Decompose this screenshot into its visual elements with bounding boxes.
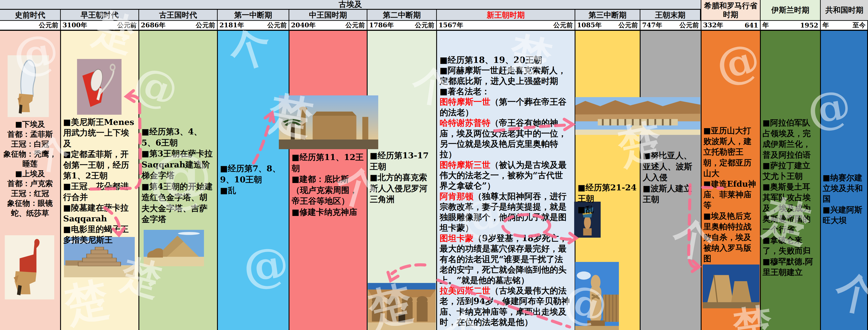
period-header-early-dynastic: 早王朝时代 [60,10,138,21]
date-cell-middle-kingdom: 2040年公元前 [289,21,367,31]
period-header-third-intermediate: 第三中断期 [575,10,640,21]
date-cell-old-kingdom: 2686年公元前 [138,21,217,31]
date-cell-republic: 年至今 [820,21,868,31]
islamic-notes: ■阿拉伯军队占领埃及，完成伊斯兰化，普及阿拉伯语 ■萨拉丁建立艾尤卜王朝 ■奥斯… [763,118,817,277]
white-crown-pharaoh-photo [8,55,49,117]
pharaoh-entry: 图特摩斯一世（第一个葬在帝王谷的法老） [440,97,571,118]
hatshepsut-temple-photo [575,97,700,135]
second-intermediate-notes: ■经历第13-17王朝 ■北方的喜克索斯人入侵尼罗河三角洲 [370,150,433,205]
period-header-middle-kingdom: 中王国时期 [289,10,367,21]
period-header-late-dynastic: 王朝末期 [640,10,701,21]
karnak-statue-photo [575,262,619,330]
pharaoh-entry: 图坦卡蒙（9岁登基，18岁死亡，最大的功绩是墓穴保存最完好，最有名的法老诅咒“谁… [440,233,571,285]
sphinx-giza-photo [144,230,204,266]
pharaoh-entry: 哈特谢苏普特（帝王谷有她的神庙，埃及两位女法老其中的一位，另一位就是埃及艳后克里… [440,118,571,159]
red-crown-pharaoh-photo [5,235,54,299]
date-cell-prehistoric: 公元前 [0,21,60,31]
date-cell-early-dynastic: 3100年公元前 [60,21,138,31]
period-header-first-intermediate: 第一中断期 [217,10,289,21]
philae-temple-photo [703,265,760,308]
sheet-title: 古埃及 [0,0,701,10]
period-header-prehistoric: 史前时代 [0,10,60,21]
period-header-greco-roman: 希腊和罗马行省时期 [701,0,760,21]
date-cell-late-dynastic: 747年公元前 [640,21,701,31]
late-dynastic-notes: ■努比亚人、亚述人、波斯人入侵 ■波斯人建立王朝 [643,150,698,205]
date-cell-islamic: 年1952 [760,21,820,31]
period-header-second-intermediate: 第二中断期 [367,10,436,21]
new-kingdom-notes: ■经历第18、19、20王朝 ■阿赫摩斯一世赶走喜克索斯人，定都底比斯，进入史上… [440,55,571,327]
sheet-title-label: 古埃及 [339,0,362,10]
third-intermediate-notes: ■经历第21-24王朝 ■乱 [578,182,637,215]
date-cell-second-intermediate: 1786年公元前 [367,21,436,31]
period-header-republic: 共和国时期 [820,0,868,21]
old-kingdom-notes: ■经历第3、4、5、6王朝 ■第3王朝在萨卡拉Saqqarah建造阶梯金字塔 ■… [142,126,214,225]
greco-roman-notes: ■亚历山大打败波斯人，建立托勒密王朝，定都亚历山大 ■建造Efdu神庙、菲莱神庙… [703,125,757,264]
pharaoh-entry: 拉美西斯二世（古埃及最伟大的法老，活到94岁，修建阿布辛贝勒神庙、卡纳克神庙等，… [440,285,571,327]
prehistoric-notes: ■下埃及 首都：孟菲斯 王冠：白冠 象征物：秃鹰，睡莲 ■上埃及 首都：卢克索 … [3,119,58,218]
pharaoh-entry: 阿肯那顿（独尊太阳神阿吞，进行宗教改革，妻子是纳芙提提，就是独眼雕像那个，他俩的… [440,191,571,233]
date-cell-third-intermediate: 1085年公元前 [575,21,640,31]
pharaoh-entry: 图特摩斯三世（被认为是古埃及最伟大的法老之一，被称为“古代世界之拿破仑”） [440,160,571,191]
date-cell-first-intermediate: 2181年公元前 [217,21,289,31]
date-cell-greco-roman: 332年641 [701,21,760,31]
narmer-mace-photo [77,59,122,115]
early-dynastic-notes: ■美尼斯王Menes用武力统一上下埃及 ■定都孟菲斯，开创第一王朝，经历第1、2… [63,117,135,245]
date-cell-new-kingdom: 1567年公元前 [436,21,575,31]
period-header-islamic: 伊斯兰时期 [760,0,820,21]
ancient-egypt-timeline: 古埃及 史前时代 早王朝时代 古王国时代 第一中断期 中王国时期 第二中断期 新… [0,0,868,330]
republic-notes: ■纳赛尔建立埃及共和国 ■兴建阿斯旺大坝 [823,172,865,226]
period-header-new-kingdom: 新王朝时期 [436,10,575,21]
luxor-temple-photo [279,95,378,149]
abu-simbel-photo [368,283,436,330]
first-intermediate-notes: ■经历第7、8、9、10王朝 ■乱 [220,163,286,196]
period-header-old-kingdom: 古王国时代 [138,10,217,21]
middle-kingdom-notes: ■经历第11、12王朝 ■建都：底比斯（现卢克索周围，帝王谷等地区） ■修建卡纳… [292,152,364,218]
